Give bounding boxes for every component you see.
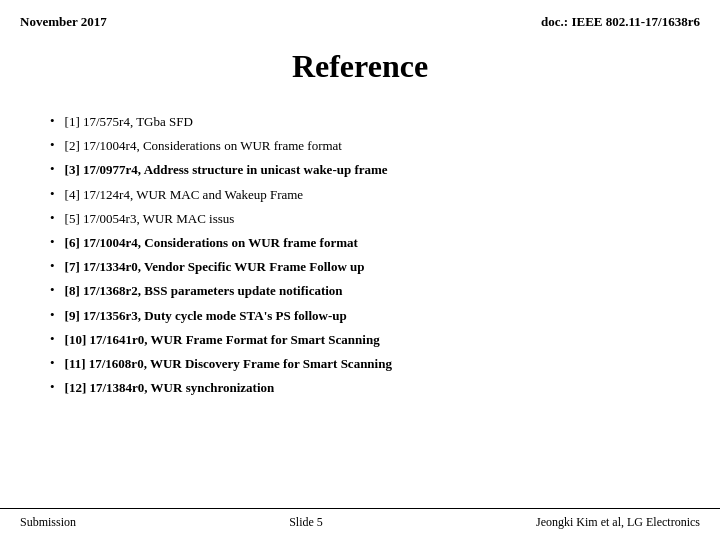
list-item: •[5] 17/0054r3, WUR MAC issus xyxy=(50,210,680,228)
bullet-icon: • xyxy=(50,258,55,274)
header-date: November 2017 xyxy=(20,14,107,30)
reference-list: •[1] 17/575r4, TGba SFD•[2] 17/1004r4, C… xyxy=(50,113,680,397)
bullet-icon: • xyxy=(50,355,55,371)
page-title: Reference xyxy=(20,48,700,85)
bullet-icon: • xyxy=(50,137,55,153)
footer-slide: Slide 5 xyxy=(289,515,323,530)
list-item: •[10] 17/1641r0, WUR Frame Format for Sm… xyxy=(50,331,680,349)
reference-text: [5] 17/0054r3, WUR MAC issus xyxy=(65,210,235,228)
footer-submission: Submission xyxy=(20,515,76,530)
footer-author: Jeongki Kim et al, LG Electronics xyxy=(536,515,700,530)
reference-text: [8] 17/1368r2, BSS parameters update not… xyxy=(65,282,343,300)
list-item: •[1] 17/575r4, TGba SFD xyxy=(50,113,680,131)
bullet-icon: • xyxy=(50,379,55,395)
page-footer: Submission Slide 5 Jeongki Kim et al, LG… xyxy=(0,508,720,530)
reference-text: [10] 17/1641r0, WUR Frame Format for Sma… xyxy=(65,331,380,349)
bullet-icon: • xyxy=(50,331,55,347)
content-area: •[1] 17/575r4, TGba SFD•[2] 17/1004r4, C… xyxy=(0,105,720,413)
list-item: •[11] 17/1608r0, WUR Discovery Frame for… xyxy=(50,355,680,373)
reference-text: [12] 17/1384r0, WUR synchronization xyxy=(65,379,275,397)
list-item: •[12] 17/1384r0, WUR synchronization xyxy=(50,379,680,397)
reference-text: [9] 17/1356r3, Duty cycle mode STA's PS … xyxy=(65,307,347,325)
bullet-icon: • xyxy=(50,234,55,250)
list-item: •[6] 17/1004r4, Considerations on WUR fr… xyxy=(50,234,680,252)
reference-text: [6] 17/1004r4, Considerations on WUR fra… xyxy=(65,234,358,252)
list-item: •[2] 17/1004r4, Considerations on WUR fr… xyxy=(50,137,680,155)
bullet-icon: • xyxy=(50,307,55,323)
bullet-icon: • xyxy=(50,161,55,177)
list-item: •[7] 17/1334r0, Vendor Specific WUR Fram… xyxy=(50,258,680,276)
reference-text: [11] 17/1608r0, WUR Discovery Frame for … xyxy=(65,355,392,373)
list-item: •[3] 17/0977r4, Address structure in uni… xyxy=(50,161,680,179)
title-section: Reference xyxy=(0,30,720,105)
header-doc: doc.: IEEE 802.11-17/1638r6 xyxy=(541,14,700,30)
reference-text: [1] 17/575r4, TGba SFD xyxy=(65,113,193,131)
page-header: November 2017 doc.: IEEE 802.11-17/1638r… xyxy=(0,0,720,30)
reference-text: [4] 17/124r4, WUR MAC and Wakeup Frame xyxy=(65,186,304,204)
bullet-icon: • xyxy=(50,186,55,202)
list-item: •[9] 17/1356r3, Duty cycle mode STA's PS… xyxy=(50,307,680,325)
bullet-icon: • xyxy=(50,113,55,129)
reference-text: [2] 17/1004r4, Considerations on WUR fra… xyxy=(65,137,342,155)
bullet-icon: • xyxy=(50,282,55,298)
reference-text: [7] 17/1334r0, Vendor Specific WUR Frame… xyxy=(65,258,365,276)
reference-text: [3] 17/0977r4, Address structure in unic… xyxy=(65,161,388,179)
list-item: •[4] 17/124r4, WUR MAC and Wakeup Frame xyxy=(50,186,680,204)
list-item: •[8] 17/1368r2, BSS parameters update no… xyxy=(50,282,680,300)
bullet-icon: • xyxy=(50,210,55,226)
